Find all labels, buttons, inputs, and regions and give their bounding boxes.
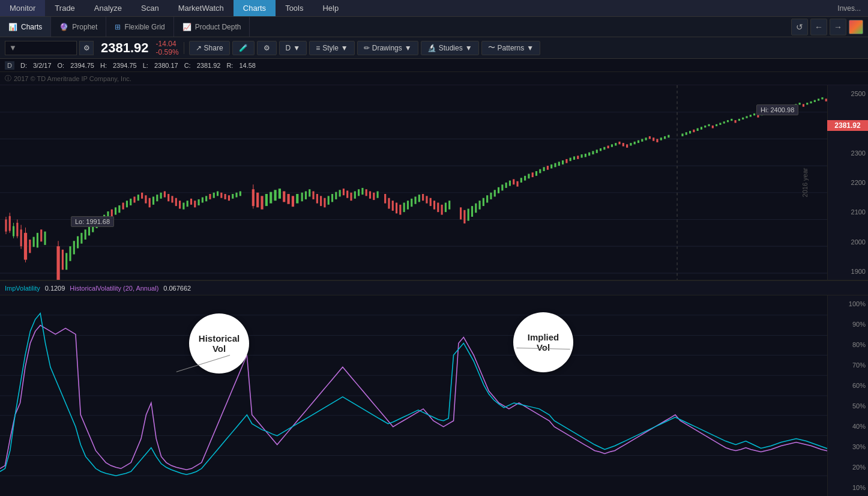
invest-link[interactable]: Inves... xyxy=(830,4,868,13)
product-depth-tab-icon: 📈 xyxy=(182,23,191,31)
vol-level-90: 90% xyxy=(830,321,866,328)
lo-price-label: Lo: 1991.68 xyxy=(71,216,114,227)
open-label: O: xyxy=(58,62,65,69)
svg-rect-65 xyxy=(202,198,203,203)
svg-rect-74 xyxy=(235,193,237,198)
high-label: H: xyxy=(100,62,107,69)
high-value: 2394.75 xyxy=(113,62,137,69)
nav-charts[interactable]: Charts xyxy=(234,0,276,16)
tab-charts[interactable]: 📊 Charts xyxy=(0,17,51,37)
year-label: 2016 year xyxy=(802,168,809,198)
copyright-bar: ⓘ 2017 © TD Ameritrade IP Company, Inc. xyxy=(0,72,868,85)
vol-chart-area[interactable]: HistoricalVol ImpliedVol 100% 90% 80% 70… xyxy=(0,295,868,496)
svg-rect-88 xyxy=(301,193,303,202)
svg-rect-83 xyxy=(279,189,281,199)
style-button[interactable]: ≡ Style ▼ xyxy=(309,41,355,55)
svg-rect-139 xyxy=(505,183,507,188)
patterns-button[interactable]: 〜 Patterns ▼ xyxy=(481,41,541,55)
svg-rect-138 xyxy=(501,184,503,190)
svg-rect-192 xyxy=(716,124,717,126)
studies-button[interactable]: 🔬 Studies ▼ xyxy=(421,41,479,55)
svg-rect-134 xyxy=(486,195,488,202)
svg-rect-103 xyxy=(358,189,360,196)
patterns-label: Patterns xyxy=(498,44,525,52)
svg-rect-82 xyxy=(274,190,276,201)
price-level-2200: 2200 xyxy=(830,179,866,186)
chart-toolbar: ▼ ⚙ 2381.92 -14.04 -0.59% ↗ Share 🧪 ⚙ D … xyxy=(0,37,868,59)
svg-rect-73 xyxy=(232,194,234,199)
svg-rect-194 xyxy=(723,121,725,123)
svg-rect-202 xyxy=(753,113,755,115)
main-price-chart[interactable]: Hi: 2400.98 Lo: 1991.68 2016 year 2500 2… xyxy=(0,85,868,280)
svg-rect-214 xyxy=(799,103,801,104)
nav-tools[interactable]: Tools xyxy=(276,0,313,16)
svg-rect-195 xyxy=(727,120,729,122)
nav-trade[interactable]: Trade xyxy=(45,0,84,16)
svg-rect-178 xyxy=(653,138,654,141)
range-label: R: xyxy=(226,62,233,69)
style-label: Style xyxy=(322,44,339,52)
svg-rect-111 xyxy=(392,201,394,211)
settings-button[interactable]: ⚙ xyxy=(257,41,277,55)
patterns-arrow: ▼ xyxy=(526,44,534,52)
svg-rect-189 xyxy=(704,126,706,127)
tab-flexible-grid[interactable]: ⊞ Flexible Grid xyxy=(106,17,173,37)
flask-button[interactable]: 🧪 xyxy=(232,41,255,55)
nav-scan[interactable]: Scan xyxy=(131,0,169,16)
svg-rect-109 xyxy=(384,194,386,204)
symbol-settings-icon[interactable]: ⚙ xyxy=(79,41,94,55)
svg-rect-145 xyxy=(528,174,529,178)
refresh-button[interactable]: ↺ xyxy=(791,19,808,35)
svg-rect-98 xyxy=(339,190,341,196)
svg-rect-186 xyxy=(693,130,695,132)
share-button[interactable]: ↗ Share xyxy=(189,41,230,55)
svg-rect-196 xyxy=(731,119,732,121)
svg-rect-193 xyxy=(719,123,721,125)
svg-rect-184 xyxy=(686,132,687,135)
vol-level-70: 70% xyxy=(830,361,866,369)
vol-y-axis: 100% 90% 80% 70% 60% 50% 40% 30% 20% 10% xyxy=(827,295,868,496)
color-swatch[interactable] xyxy=(849,20,863,34)
svg-rect-173 xyxy=(634,142,636,144)
period-button[interactable]: D ▼ xyxy=(279,41,307,55)
svg-rect-99 xyxy=(343,189,345,195)
svg-rect-140 xyxy=(509,181,511,186)
nav-monitor[interactable]: Monitor xyxy=(0,0,45,16)
svg-rect-92 xyxy=(316,194,318,204)
price-level-2500: 2500 xyxy=(830,90,866,97)
tab-prophet-label: Prophet xyxy=(72,23,97,31)
svg-rect-122 xyxy=(433,201,435,210)
forward-button[interactable]: → xyxy=(830,19,846,35)
svg-rect-198 xyxy=(738,119,740,121)
svg-rect-180 xyxy=(660,138,662,140)
hist-vol-indicator-label: HistoricalVolatility (20, Annual) xyxy=(70,285,158,292)
svg-rect-108 xyxy=(377,192,379,198)
svg-rect-162 xyxy=(592,151,594,154)
svg-rect-90 xyxy=(309,189,310,196)
svg-rect-28 xyxy=(62,250,64,270)
back-button[interactable]: ← xyxy=(810,19,827,35)
svg-rect-165 xyxy=(603,147,605,150)
imp-vol-indicator-label: ImpVolatility xyxy=(5,285,40,292)
nav-analyze[interactable]: Analyze xyxy=(85,0,131,16)
drawings-button[interactable]: ✏ Drawings ▼ xyxy=(357,41,418,55)
svg-rect-91 xyxy=(312,192,314,199)
change-pct: -0.59% xyxy=(156,48,179,56)
svg-rect-167 xyxy=(611,144,613,147)
svg-rect-70 xyxy=(220,193,222,198)
nav-help[interactable]: Help xyxy=(313,0,348,16)
svg-rect-179 xyxy=(656,139,658,142)
implied-vol-label: ImpliedVol xyxy=(528,332,559,352)
tab-product-depth[interactable]: 📈 Product Depth xyxy=(174,17,250,37)
gear-icon: ⚙ xyxy=(264,44,270,52)
vol-level-10: 10% xyxy=(830,484,866,491)
svg-rect-146 xyxy=(532,172,534,177)
symbol-input-box[interactable]: ▼ xyxy=(5,41,77,55)
tab-prophet[interactable]: 🔮 Prophet xyxy=(51,17,106,37)
svg-rect-220 xyxy=(821,97,823,99)
nav-marketwatch[interactable]: MarketWatch xyxy=(169,0,234,16)
svg-rect-31 xyxy=(73,241,75,254)
low-value: 2380.17 xyxy=(154,62,178,69)
price-level-2000: 2000 xyxy=(830,238,866,246)
ohlc-bar: D D: 3/2/17 O: 2394.75 H: 2394.75 L: 238… xyxy=(0,59,868,72)
